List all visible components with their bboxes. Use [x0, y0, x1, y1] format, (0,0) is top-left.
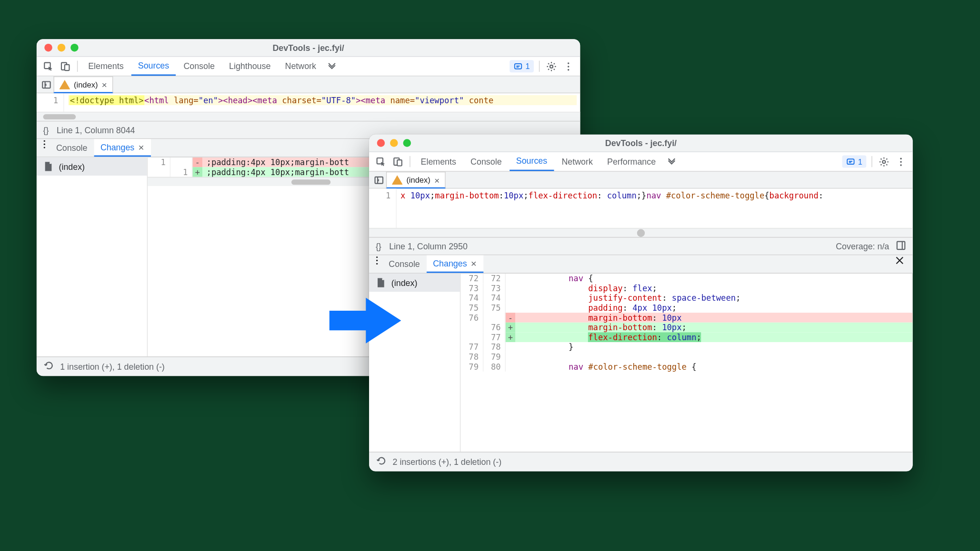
drawer-tabs: Console Changes ×	[369, 255, 913, 273]
issues-chip[interactable]: 1	[510, 60, 534, 72]
titlebar: DevTools - jec.fyi/	[37, 39, 580, 57]
svg-rect-21	[897, 241, 905, 249]
kebab-icon[interactable]	[39, 139, 50, 157]
svg-point-6	[568, 65, 570, 67]
show-navigator-icon[interactable]	[39, 77, 53, 93]
minimize-icon[interactable]	[390, 139, 398, 147]
tab-lighthouse[interactable]: Lighthouse	[222, 57, 277, 76]
pretty-print-icon[interactable]: {}	[43, 125, 49, 135]
diff-row: 76- margin-bottom: 10px	[460, 313, 912, 323]
diff-row: 7778 }	[460, 342, 912, 352]
more-tabs-icon[interactable]	[664, 152, 680, 171]
diff-row: 77+ flex-direction: column;	[460, 332, 912, 342]
file-tabs: (index) ×	[369, 172, 913, 189]
svg-point-9	[44, 140, 45, 142]
changes-file-item[interactable]: (index)	[369, 274, 460, 292]
gear-icon[interactable]	[544, 57, 560, 76]
devtools-window-after: DevTools - jec.fyi/ Elements Console Sou…	[369, 135, 913, 472]
drawer-tab-label: Changes	[433, 258, 467, 268]
close-icon[interactable]: ×	[139, 142, 144, 153]
drawer-tab-console[interactable]: Console	[382, 255, 427, 273]
file-tab-label: (index)	[406, 175, 430, 184]
svg-point-23	[376, 260, 378, 261]
changes-footer: 2 insertions (+), 1 deletion (-)	[369, 452, 913, 471]
svg-rect-14	[397, 159, 402, 165]
coverage-label: Coverage: n/a	[836, 241, 889, 251]
lineno: 1	[369, 191, 390, 201]
drawer-tab-changes[interactable]: Changes ×	[427, 255, 483, 273]
pretty-print-icon[interactable]: {}	[376, 241, 381, 251]
close-icon[interactable]: ×	[471, 258, 477, 269]
close-icon[interactable]	[894, 255, 912, 273]
diff-row: 7474 justify-content: space-between;	[460, 293, 912, 303]
diff-row: 7980 nav #color-scheme-toggle {	[460, 362, 912, 372]
svg-point-16	[882, 160, 885, 163]
kebab-icon[interactable]	[560, 57, 576, 76]
drawer-tab-changes[interactable]: Changes ×	[94, 139, 150, 157]
svg-point-22	[376, 256, 378, 258]
gear-icon[interactable]	[876, 152, 892, 171]
close-icon[interactable]	[44, 44, 52, 51]
lineno: 1	[37, 95, 58, 105]
source-editor[interactable]: 1 <!doctype html><html lang="en"><head><…	[37, 93, 580, 111]
issues-count: 1	[858, 157, 862, 166]
svg-rect-8	[42, 81, 50, 88]
drawer-tab-console[interactable]: Console	[50, 139, 94, 157]
close-icon[interactable]	[377, 139, 385, 147]
device-toggle-icon[interactable]	[58, 57, 73, 76]
file-tab-label: (index)	[74, 80, 98, 89]
horizontal-scrollbar[interactable]	[37, 112, 580, 121]
code-line[interactable]: <!doctype html><html lang="en"><head><me…	[68, 95, 576, 105]
diff-row: 7879	[460, 352, 912, 362]
cursor-position: Line 1, Column 2950	[389, 241, 468, 251]
tab-console[interactable]: Console	[464, 152, 508, 171]
changes-summary: 1 insertion (+), 1 deletion (-)	[60, 362, 165, 372]
inspect-icon[interactable]	[373, 152, 389, 171]
inspect-icon[interactable]	[40, 57, 56, 76]
diff-row: 76+ margin-bottom: 10px;	[460, 323, 912, 333]
show-navigator-icon[interactable]	[372, 172, 386, 188]
kebab-icon[interactable]	[372, 255, 382, 273]
sidebar-toggle-icon[interactable]	[896, 240, 906, 252]
close-icon[interactable]: ×	[434, 175, 440, 185]
svg-point-19	[900, 164, 902, 166]
tab-network[interactable]: Network	[279, 57, 323, 76]
revert-icon[interactable]	[376, 456, 386, 468]
file-tab-index[interactable]: (index) ×	[54, 77, 113, 94]
horizontal-scrollbar[interactable]	[369, 228, 913, 237]
drawer-tab-label: Changes	[100, 142, 134, 152]
zoom-icon[interactable]	[403, 139, 411, 147]
tab-console[interactable]: Console	[177, 57, 221, 76]
svg-point-5	[568, 62, 570, 64]
tab-elements[interactable]: Elements	[82, 57, 130, 76]
code-line[interactable]: x 10px;margin-bottom:10px;flex-direction…	[400, 191, 823, 201]
kebab-icon[interactable]	[893, 152, 909, 171]
source-editor[interactable]: 1 x 10px;margin-bottom:10px;flex-directi…	[369, 189, 913, 228]
changes-file-item[interactable]: (index)	[37, 157, 147, 176]
primary-tabs: Elements Console Sources Network Perform…	[369, 152, 913, 172]
close-icon[interactable]: ×	[102, 79, 107, 90]
tab-sources[interactable]: Sources	[131, 57, 176, 76]
status-bar: {} Line 1, Column 2950 Coverage: n/a	[369, 237, 913, 255]
diff-view[interactable]: 7272 nav {7373 display: flex;7474 justif…	[460, 274, 912, 452]
tab-performance[interactable]: Performance	[600, 152, 662, 171]
changes-file-label: (index)	[391, 278, 418, 288]
tab-sources[interactable]: Sources	[510, 152, 554, 171]
svg-point-7	[568, 69, 570, 70]
diff-row: 7373 display: flex;	[460, 283, 912, 293]
revert-icon[interactable]	[43, 360, 54, 373]
more-tabs-icon[interactable]	[324, 57, 340, 76]
file-tabs: (index) ×	[37, 77, 580, 94]
tab-network[interactable]: Network	[555, 152, 600, 171]
issues-chip[interactable]: 1	[842, 156, 866, 168]
changes-panel: (index) 7272 nav {7373 display: flex;747…	[369, 274, 913, 452]
file-tab-index[interactable]: (index) ×	[386, 172, 446, 189]
cursor-position: Line 1, Column 8044	[57, 125, 135, 135]
minimize-icon[interactable]	[58, 44, 65, 51]
device-toggle-icon[interactable]	[390, 152, 406, 171]
zoom-icon[interactable]	[70, 44, 78, 51]
svg-point-17	[900, 157, 902, 159]
tab-elements[interactable]: Elements	[414, 152, 463, 171]
arrow-icon	[329, 295, 401, 346]
diff-row: 7272 nav {	[460, 274, 912, 284]
